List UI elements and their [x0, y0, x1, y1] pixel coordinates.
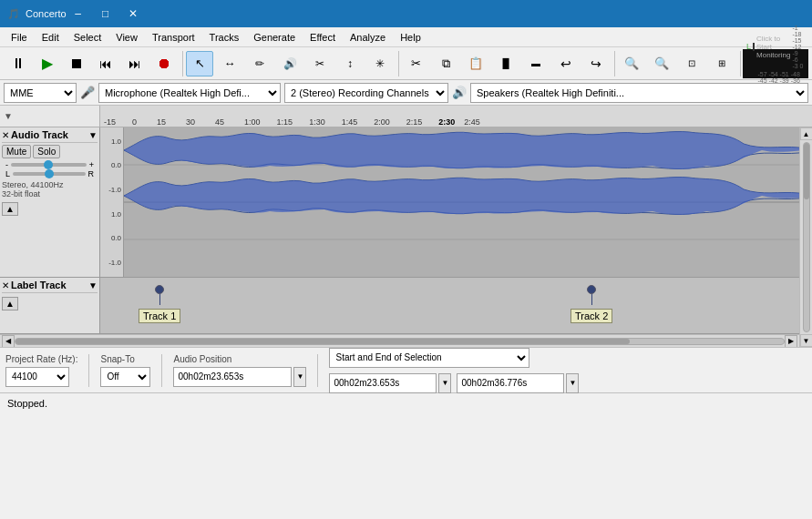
- draw-tool[interactable]: ✏: [246, 51, 273, 76]
- zoom-fit-button[interactable]: ⊞: [708, 51, 735, 76]
- audio-pos-input[interactable]: [173, 367, 292, 387]
- menu-transport[interactable]: Transport: [145, 27, 202, 47]
- timeshift-tool[interactable]: ✂: [306, 51, 334, 76]
- sel-end-input[interactable]: [457, 373, 564, 393]
- ruler-mark: 1:15: [277, 117, 293, 127]
- menu-view[interactable]: View: [108, 27, 145, 47]
- paste-button[interactable]: 📋: [462, 51, 489, 76]
- zoom-out-button[interactable]: 🔍: [648, 51, 675, 76]
- v-scrollbar-thumb[interactable]: [804, 143, 809, 199]
- fastforward-button[interactable]: ⏭: [121, 51, 149, 76]
- maximize-button[interactable]: □: [94, 5, 118, 23]
- timeline-ruler: ▼ -15 0 15 30 45 1:00 1:15 1:30 1:45 2:0…: [0, 106, 812, 127]
- horizontal-scrollbar[interactable]: ◀ ▶: [0, 334, 799, 347]
- scroll-right-button[interactable]: ▶: [785, 335, 797, 348]
- h-scrollbar-track[interactable]: [15, 338, 785, 345]
- project-rate-select[interactable]: 44100: [5, 367, 69, 387]
- v-scrollbar-track[interactable]: [803, 142, 810, 332]
- audio-pos-group: Audio Position ▼: [173, 354, 306, 387]
- input-device-select[interactable]: Microphone (Realtek High Defi...: [98, 83, 281, 103]
- label-track-area[interactable]: Track 1 Track 2: [100, 278, 799, 333]
- gain-slider[interactable]: [11, 163, 87, 167]
- play-button[interactable]: ▶: [34, 51, 61, 76]
- output-device-select[interactable]: Speakers (Realtek High Definiti...: [470, 83, 808, 103]
- close-button[interactable]: ✕: [121, 5, 145, 23]
- ruler-marks: -15 0 15 30 45 1:00 1:15 1:30 1:45 2:00 …: [100, 106, 497, 127]
- audio-host-select[interactable]: MME: [4, 83, 77, 103]
- stop-button[interactable]: ⏹: [63, 51, 90, 76]
- audio-track-arrow[interactable]: ▼: [88, 130, 98, 140]
- app-title: Concerto: [26, 8, 67, 19]
- snap-to-select[interactable]: Off: [100, 367, 150, 387]
- sel-start-input[interactable]: [329, 373, 437, 393]
- ruler-mark: 1:45: [342, 117, 358, 127]
- menu-analyze[interactable]: Analyze: [343, 27, 393, 47]
- snap-to-label: Snap-To: [100, 354, 150, 364]
- project-rate-input-row: 44100: [5, 367, 77, 387]
- track2-label[interactable]: Track 2: [570, 309, 612, 323]
- scale-bot-2: -1.0: [108, 259, 121, 267]
- pin1-line: [159, 294, 160, 305]
- h-scrollbar-thumb[interactable]: [15, 339, 630, 344]
- redo-button[interactable]: ↪: [582, 51, 610, 76]
- select-tool[interactable]: ↖: [186, 51, 213, 76]
- zoom-sel-button[interactable]: ⊡: [678, 51, 705, 76]
- copy-button[interactable]: ⧉: [432, 51, 459, 76]
- channels-select[interactable]: 2 (Stereo) Recording Channels: [284, 83, 448, 103]
- scroll-down-button[interactable]: ▼: [800, 334, 813, 347]
- scroll-up-button[interactable]: ▲: [800, 127, 813, 140]
- zoom-tool[interactable]: 🔊: [276, 51, 303, 76]
- ruler-mark: 2:00: [374, 117, 390, 127]
- menu-edit[interactable]: Edit: [35, 27, 67, 47]
- menu-file[interactable]: File: [4, 27, 35, 47]
- silence-button[interactable]: ▬: [522, 51, 550, 76]
- minimize-button[interactable]: –: [67, 5, 90, 23]
- menu-generate[interactable]: Generate: [246, 27, 303, 47]
- label-track-name: Label Track: [11, 280, 87, 290]
- mute-button[interactable]: Mute: [2, 145, 31, 158]
- menu-help[interactable]: Help: [393, 27, 428, 47]
- sel-end-down[interactable]: ▼: [566, 373, 579, 393]
- record-button[interactable]: ⏺: [150, 51, 178, 76]
- waveform-scale: 1.0 0.0 -1.0 1.0 0.0 -1.0: [100, 127, 124, 277]
- pin2-line: [591, 294, 592, 305]
- transport-section: ⏸ ▶ ⏹ ⏮ ⏭ ⏺: [4, 51, 183, 76]
- cut-button[interactable]: ✂: [402, 51, 429, 76]
- sel-start-down[interactable]: ▼: [438, 373, 451, 393]
- pause-button[interactable]: ⏸: [5, 51, 32, 76]
- waveform-svg: [124, 127, 799, 277]
- multi-tool[interactable]: ↕: [336, 51, 364, 76]
- label-collapse-button[interactable]: ▲: [2, 297, 18, 310]
- label-track-arrow[interactable]: ▼: [88, 280, 98, 290]
- track2-label-pin: Track 2: [570, 285, 612, 323]
- envelope-tool[interactable]: ↔: [216, 51, 243, 76]
- pan-slider[interactable]: [13, 172, 85, 176]
- track1-label[interactable]: Track 1: [139, 309, 180, 323]
- solo-button[interactable]: Solo: [33, 145, 60, 158]
- audio-track-close[interactable]: ✕: [2, 130, 9, 140]
- audio-track-waveform[interactable]: 1.0 0.0 -1.0 1.0 0.0 -1.0: [100, 127, 799, 277]
- audio-track-info: Stereo, 44100Hz 32-bit float: [2, 180, 98, 198]
- label-track-close[interactable]: ✕: [2, 280, 9, 290]
- audio-pos-down[interactable]: ▼: [293, 367, 306, 387]
- vertical-scrollbar[interactable]: ▲ ▼: [799, 127, 812, 347]
- menu-tracks[interactable]: Tracks: [202, 27, 247, 47]
- speaker-icon: 🔊: [452, 86, 467, 99]
- vu-click-label[interactable]: Click to Start Monitoring: [756, 35, 790, 59]
- collapse-button[interactable]: ▲: [2, 202, 18, 216]
- audio-track-name: Audio Track: [11, 129, 87, 140]
- menu-effect[interactable]: Effect: [303, 27, 343, 47]
- zoom-in-button[interactable]: 🔍: [618, 51, 645, 76]
- separator-2: [161, 354, 162, 387]
- rewind-button[interactable]: ⏮: [92, 51, 119, 76]
- spectrogram-tool[interactable]: ✳: [366, 51, 394, 76]
- audio-track-row: ✕ Audio Track ▼ Mute Solo - + L R: [0, 127, 799, 278]
- menu-select[interactable]: Select: [67, 27, 109, 47]
- trim-button[interactable]: ▐▌: [492, 51, 519, 76]
- mic-icon: 🎤: [80, 86, 95, 99]
- undo-button[interactable]: ↩: [552, 51, 580, 76]
- selection-mode-select[interactable]: Start and End of Selection: [329, 348, 529, 368]
- status-bar: Stopped.: [0, 392, 812, 412]
- scroll-left-button[interactable]: ◀: [2, 335, 15, 348]
- ruler-mark: 2:45: [464, 117, 480, 127]
